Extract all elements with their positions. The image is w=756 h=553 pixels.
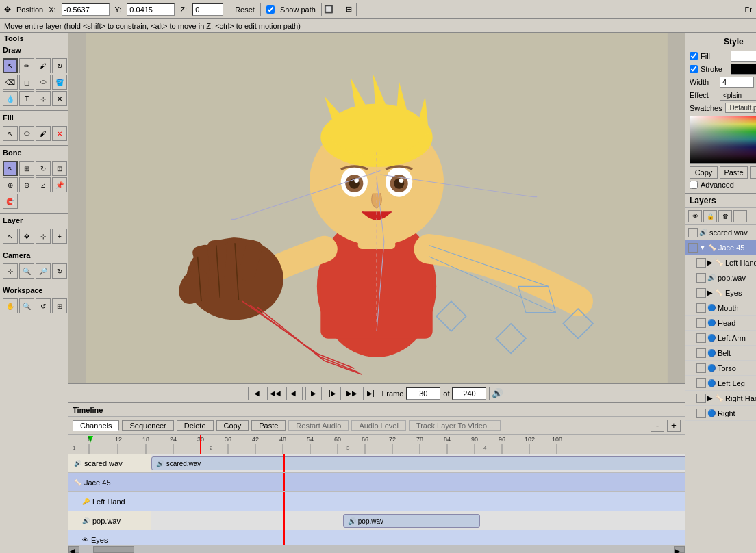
zoom-in-timeline-button[interactable]: + <box>667 420 681 432</box>
workspace-reset-tool[interactable]: ↺ <box>36 298 51 313</box>
track-row-jace45[interactable]: 🦴 Jace 45 <box>68 473 685 492</box>
workspace-zoom-tool[interactable]: 🔍 <box>19 298 34 313</box>
rotate-tool[interactable]: ↻ <box>52 58 67 73</box>
track-content-jace45[interactable] <box>151 473 685 491</box>
bone-magnet-tool[interactable]: 🧲 <box>3 194 18 209</box>
layer-vis-belt[interactable] <box>696 348 706 358</box>
layer-move-tool[interactable]: ✥ <box>19 229 34 244</box>
canvas-area[interactable] <box>68 33 685 383</box>
layer-item-jace45[interactable]: ▼ 🦴 Jace 45 <box>685 240 756 255</box>
layer-item-mouth[interactable]: 🔵 Mouth <box>685 300 756 316</box>
track-row-popwav[interactable]: 🔊 pop.wav 🔊 pop.wav <box>68 511 685 530</box>
camera-rotate-tool[interactable]: ↻ <box>52 263 67 279</box>
camera-zoom-in-tool[interactable]: 🔍 <box>19 263 34 279</box>
track-content-eyes[interactable] <box>151 530 685 545</box>
show-path-checkbox[interactable] <box>266 5 275 14</box>
z-input[interactable] <box>192 3 223 16</box>
layer-vis-head[interactable] <box>696 318 706 328</box>
layer-item-right[interactable]: 🔵 Right <box>685 406 756 421</box>
bone-delete-tool[interactable]: ⊖ <box>19 177 34 192</box>
layer-item-torso[interactable]: 🔵 Torso <box>685 361 756 376</box>
camera-zoom-out-tool[interactable]: 🔎 <box>36 263 51 279</box>
stroke-checkbox[interactable] <box>690 65 698 73</box>
track-content-scaredwav[interactable]: 🔊 scared.wav <box>151 454 685 472</box>
eyedrop-tool[interactable]: 💧 <box>3 91 18 106</box>
play-button[interactable]: ▶ <box>305 387 322 400</box>
eraser-tool[interactable]: ⌫ <box>3 75 18 90</box>
delete-button[interactable]: Delete <box>177 420 214 431</box>
step-back-button[interactable]: ◀◀ <box>267 387 284 400</box>
text-tool[interactable]: T <box>19 91 34 106</box>
bone-scale-tool[interactable]: ⊡ <box>52 161 67 176</box>
layer-item-eyes[interactable]: ▶ 🦴 Eyes <box>685 285 756 300</box>
camera-pan-tool[interactable]: ⊹ <box>3 263 18 279</box>
fill-paint-tool[interactable]: ⬭ <box>19 126 34 141</box>
layer-vis-righthand[interactable] <box>696 394 706 403</box>
layer-vis-scaredwav[interactable] <box>688 228 698 237</box>
width-input[interactable] <box>720 77 754 88</box>
layer-item-belt[interactable]: 🔵 Belt <box>685 346 756 361</box>
go-to-start-button[interactable]: |◀ <box>248 387 264 400</box>
track-row-eyes[interactable]: 👁 Eyes <box>68 530 685 545</box>
layer-vis-leftleg[interactable] <box>696 378 706 388</box>
delete-tool[interactable]: ✕ <box>52 91 67 106</box>
effect-select[interactable]: <plain <box>720 90 756 101</box>
bone-pin-tool[interactable]: 📌 <box>52 177 67 192</box>
copy-button[interactable]: Copy <box>216 420 249 431</box>
draw-tool[interactable]: ✏ <box>19 58 34 73</box>
color-picker[interactable] <box>690 116 756 164</box>
step-forward-button[interactable]: ▶▶ <box>344 387 360 400</box>
layer-lock-btn[interactable]: 🔒 <box>703 210 717 222</box>
track-content-lefthand[interactable] <box>151 492 685 511</box>
layer-vis-eyes[interactable] <box>696 288 706 298</box>
paste-style-button[interactable]: Paste <box>720 166 748 179</box>
fill-select-tool[interactable]: ↖ <box>3 126 18 141</box>
layer-vis-right[interactable] <box>696 409 706 418</box>
layer-item-head[interactable]: 🔵 Head <box>685 316 756 331</box>
swatches-file[interactable]: .Default.pn <box>725 103 756 113</box>
bone-translate-tool[interactable]: ⊞ <box>19 161 34 176</box>
copy-style-button[interactable]: Copy <box>690 166 718 179</box>
scroll-left-btn[interactable]: ◀ <box>68 546 79 553</box>
layer-select-tool[interactable]: ↖ <box>3 229 18 244</box>
stroke-color-swatch[interactable] <box>731 64 756 75</box>
layer-vis-torso[interactable] <box>696 363 706 373</box>
timeline-tracks[interactable]: 6 12 18 24 30 36 42 <box>68 435 685 545</box>
layer-vis-popwav[interactable] <box>696 273 706 283</box>
warp-tool[interactable]: ⊹ <box>36 91 51 106</box>
volume-button[interactable]: 🔊 <box>489 387 505 400</box>
paste-button[interactable]: Paste <box>251 420 286 431</box>
paint-tool[interactable]: 🪣 <box>52 75 67 90</box>
layer-item-righthand[interactable]: ▶ 🦴 Right Hand <box>685 391 756 406</box>
advanced-checkbox[interactable] <box>690 181 698 189</box>
bone-ik-tool[interactable]: ⊿ <box>36 177 51 192</box>
layer-add-tool[interactable]: + <box>52 229 67 244</box>
lock-icon[interactable]: 🔲 <box>321 3 336 16</box>
go-to-end-button[interactable]: ▶| <box>363 387 379 400</box>
layer-vis-leftarm[interactable] <box>696 333 706 343</box>
layer-item-lefthand[interactable]: ▶ 🦴 Left Hand <box>685 255 756 270</box>
sequencer-tab[interactable]: Sequencer <box>122 420 173 431</box>
audio-level-button[interactable]: Audio Level <box>351 420 406 431</box>
y-input[interactable] <box>127 3 175 16</box>
close-btn[interactable]: ✕ <box>52 126 67 141</box>
shape-tool[interactable]: ◻ <box>19 75 34 90</box>
fill-brush2-tool[interactable]: 🖌 <box>36 126 51 141</box>
layer-item-leftleg[interactable]: 🔵 Left Leg <box>685 376 756 391</box>
layers-list[interactable]: 🔊 scared.wav ▼ 🦴 Jace 45 ▶ 🦴 Left Hand <box>685 225 756 553</box>
track-layer-button[interactable]: Track Layer To Video... <box>409 420 501 431</box>
scroll-right-btn[interactable]: ▶ <box>674 546 685 553</box>
bone-create-tool[interactable]: ⊕ <box>3 177 18 192</box>
layer-item-popwav[interactable]: 🔊 pop.wav <box>685 270 756 285</box>
restart-audio-button[interactable]: Restart Audio <box>288 420 349 431</box>
frame-input[interactable] <box>406 387 440 400</box>
workspace-fullscreen-tool[interactable]: ⊞ <box>52 298 67 313</box>
layer-item-scaredwav[interactable]: 🔊 scared.wav <box>685 225 756 240</box>
total-frames-input[interactable] <box>452 387 486 400</box>
layer-vis-btn[interactable]: 👁 <box>688 210 702 222</box>
zoom-out-timeline-button[interactable]: - <box>651 420 664 432</box>
track-row-lefthand[interactable]: 🔑 Left Hand <box>68 492 685 511</box>
lasso-tool[interactable]: ⬭ <box>36 75 51 90</box>
layer-warp-tool[interactable]: ⊹ <box>36 229 51 244</box>
scroll-handle[interactable] <box>93 546 134 553</box>
